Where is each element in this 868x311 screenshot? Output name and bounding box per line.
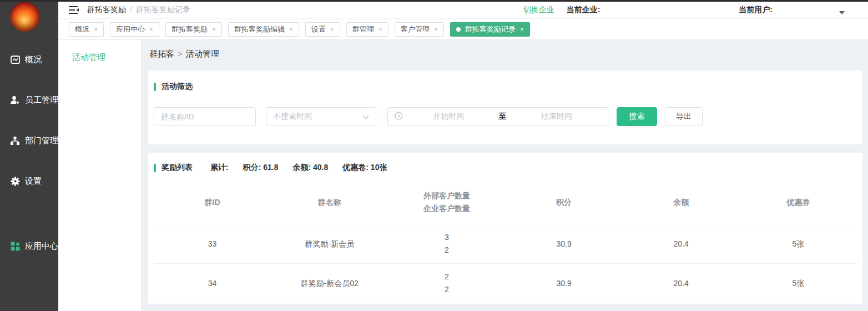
tab-label: 客户管理 [401, 24, 430, 34]
breadcrumb-current: 群拓客奖励记录 [136, 5, 190, 14]
tab-close-icon[interactable]: × [94, 26, 98, 33]
reward-table: 群ID 群名称 外部客户数量 企业客户数量 积分 余额 优惠券 33 群奖励-新… [154, 182, 857, 303]
switch-enterprise-link[interactable]: 切换企业 [523, 5, 554, 15]
breadcrumb-separator: / [130, 5, 132, 14]
col-header-customer-counts: 外部客户数量 企业客户数量 [388, 182, 505, 224]
cell-ext-count: 3 [388, 231, 505, 244]
time-search-select[interactable]: 不搜索时间 [266, 107, 376, 126]
tab-close-icon[interactable]: × [212, 26, 216, 33]
user-menu-caret-icon[interactable] [839, 11, 845, 14]
cell-coupon: 5张 [740, 264, 857, 303]
rewards-summary: 累计: 积分: 61.8 余额: 40.8 优惠卷: 10张 [210, 163, 387, 173]
reward-table-header-row: 群ID 群名称 外部客户数量 企业客户数量 积分 余额 优惠券 [154, 182, 857, 224]
rewards-title-text: 奖励列表 [162, 163, 193, 173]
sidebar-item-app-center[interactable]: 应用中心 [0, 231, 58, 262]
tab-close-icon[interactable]: × [379, 26, 382, 33]
secondary-sidebar: 活动管理 [58, 40, 142, 311]
breadcrumb-parent[interactable]: 群拓客奖励 [87, 5, 126, 14]
search-button[interactable]: 搜索 [617, 107, 657, 126]
settings-gear-icon [10, 177, 20, 187]
cell-customer-counts: 3 2 [388, 224, 505, 264]
tab-close-icon[interactable]: × [434, 26, 438, 33]
col-header-group-id: 群ID [154, 182, 271, 224]
rewards-section-title: 奖励列表 累计: 积分: 61.8 余额: 40.8 优惠卷: 10张 [154, 163, 857, 173]
sidebar-item-settings[interactable]: 设置 [0, 166, 58, 197]
cell-group-id: 34 [154, 264, 271, 303]
content-breadcrumb: 群拓客>活动管理 [142, 40, 868, 59]
chevron-down-icon [362, 112, 369, 121]
content-breadcrumb-separator: > [178, 49, 183, 58]
col-header-balance: 余额 [623, 182, 740, 224]
tab-group-reward-record-active[interactable]: 群拓客奖励记录× [450, 22, 530, 37]
sidebar-item-employees[interactable]: 员工管理 [0, 85, 58, 116]
sidebar-item-label: 应用中心 [25, 241, 58, 252]
top-header: 群拓客奖励/群拓客奖励记录 切换企业 当前企业: 当前用户: [58, 2, 868, 19]
table-row[interactable]: 33 群奖励-新会员 3 2 30.9 20.4 5张 [154, 224, 857, 264]
primary-sidebar: 概况 员工管理 部门管理 [0, 0, 58, 311]
end-time-placeholder[interactable]: 结束时间 [511, 112, 603, 122]
cell-ent-count: 2 [388, 244, 505, 257]
tab-group-management[interactable]: 群管理× [346, 22, 388, 37]
cell-group-id: 33 [154, 224, 271, 264]
tab-close-icon[interactable]: × [289, 26, 293, 33]
tab-overview[interactable]: 概况× [69, 22, 104, 37]
sidebar-item-label: 部门管理 [25, 136, 58, 146]
section-accent-bar [154, 83, 156, 91]
breadcrumb: 群拓客奖励/群拓客奖励记录 [87, 5, 190, 15]
summary-points-total: 积分: 61.8 [243, 163, 279, 173]
cell-customer-counts: 2 2 [388, 264, 505, 303]
sidebar-menu: 概况 员工管理 部门管理 [0, 44, 58, 272]
section-accent-bar [154, 164, 156, 172]
submenu-item-activity-management[interactable]: 活动管理 [58, 40, 141, 63]
cell-ext-count: 2 [388, 270, 505, 283]
current-user-label: 当前用户: [739, 5, 773, 15]
content-breadcrumb-parent: 群拓客 [149, 49, 174, 58]
filter-section-title: 活动筛选 [154, 82, 857, 92]
filter-controls-row: 不搜索时间 开始时间 至 结束时间 搜索 导出 [154, 107, 857, 126]
group-name-id-input[interactable] [154, 107, 256, 126]
col-header-group-name: 群名称 [271, 182, 388, 224]
summary-label: 累计: [210, 163, 229, 173]
main-content: 群拓客>活动管理 活动筛选 不搜索时间 开始时间 至 结束时间 [142, 40, 868, 311]
cell-points: 30.9 [505, 224, 622, 264]
summary-coupons-total: 优惠卷: 10张 [342, 163, 387, 173]
tab-customer-management[interactable]: 客户管理× [395, 22, 444, 37]
date-range-picker[interactable]: 开始时间 至 结束时间 [387, 107, 609, 126]
collapse-menu-icon[interactable] [68, 4, 79, 16]
sidebar-item-departments[interactable]: 部门管理 [0, 126, 58, 156]
content-breadcrumb-current: 活动管理 [186, 49, 219, 58]
sidebar-item-overview[interactable]: 概况 [0, 44, 58, 75]
tab-label: 设置 [311, 24, 326, 34]
col-header-ent-customers: 企业客户数量 [388, 202, 505, 215]
company-avatar[interactable] [10, 2, 40, 32]
summary-balance-total: 余额: 40.8 [292, 163, 328, 173]
tab-close-icon[interactable]: × [330, 26, 334, 33]
col-header-points: 积分 [505, 182, 622, 224]
tab-close-icon[interactable]: × [149, 26, 153, 33]
tab-settings[interactable]: 设置× [305, 22, 340, 37]
tab-app-center[interactable]: 应用中心× [110, 22, 159, 37]
departments-icon [10, 136, 20, 146]
employees-icon [10, 96, 20, 106]
cell-coupon: 5张 [740, 224, 857, 264]
cell-balance: 20.4 [623, 264, 740, 303]
tab-label: 群拓客奖励 [171, 24, 208, 34]
col-header-ext-customers: 外部客户数量 [388, 189, 505, 202]
table-row[interactable]: 34 群奖励-新会员02 2 2 30.9 20.4 5张 [154, 264, 857, 303]
tab-label: 群拓客奖励编辑 [234, 24, 285, 34]
sidebar-item-label: 员工管理 [25, 95, 58, 106]
cell-points: 30.9 [505, 264, 622, 303]
tab-label: 概况 [75, 24, 89, 34]
overview-chart-icon [10, 55, 20, 65]
export-button[interactable]: 导出 [665, 107, 703, 126]
start-time-placeholder[interactable]: 开始时间 [403, 112, 494, 122]
sidebar-item-label: 概况 [25, 54, 42, 65]
tab-group-reward-edit[interactable]: 群拓客奖励编辑× [228, 22, 299, 37]
tab-group-reward[interactable]: 群拓客奖励× [165, 22, 222, 37]
tab-label: 群管理 [352, 24, 374, 34]
col-header-coupon: 优惠券 [740, 182, 857, 224]
date-range-separator: 至 [494, 112, 511, 122]
cell-group-name: 群奖励-新会员 [271, 224, 388, 264]
header-right: 切换企业 当前企业: 当前用户: [523, 5, 868, 15]
tab-close-icon[interactable]: × [520, 26, 524, 33]
